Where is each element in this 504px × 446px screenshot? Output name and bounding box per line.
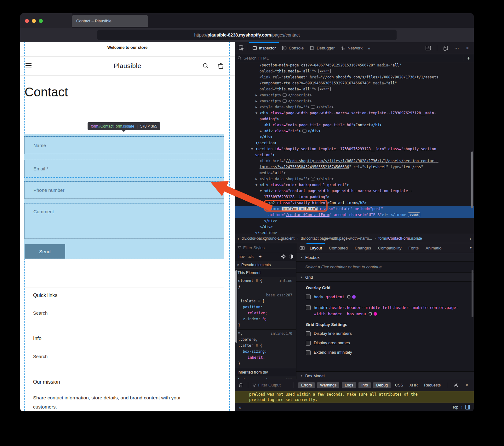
clear-console-icon[interactable]	[238, 381, 243, 389]
code-line[interactable]: position:	[235, 304, 296, 310]
console-input-row[interactable]: » Top ↕	[235, 403, 474, 411]
code-line[interactable]: box-sizing:	[235, 349, 296, 355]
close-devtools-icon[interactable]: ×	[464, 44, 471, 52]
tab-layout[interactable]: Layout	[306, 243, 325, 253]
url-bar[interactable]: https://plausible-8238.myshopify.com/pag…	[97, 30, 397, 40]
flexbox-section-header[interactable]: ▼ Flexbox	[296, 253, 474, 262]
code-line[interactable]: <link href="//cdn.shopify.com/s/files/1/…	[235, 158, 474, 164]
expand-caret-icon[interactable]: ▼	[251, 146, 253, 152]
expand-caret-icon[interactable]: ▶	[255, 92, 257, 98]
filter-warnings-button[interactable]: Warnings	[317, 382, 339, 388]
code-line[interactable]: 17330976293128__form-padding">	[235, 194, 474, 200]
code-line[interactable]: .isolate ⠿ {	[235, 298, 296, 304]
code-line[interactable]: ▼<section id="shopify-section-template--…	[235, 146, 474, 152]
filter-debug-button[interactable]: Debug	[373, 382, 391, 388]
filter-output-bar[interactable]: Filter Output	[252, 383, 289, 387]
breadcrumb-item[interactable]: div.color-background-1.gradient	[242, 236, 295, 241]
code-line[interactable]: media="all">	[235, 170, 474, 176]
code-line[interactable]: ▶<form id="ContactForm" class="isolate" …	[235, 206, 474, 212]
minimize-window-button[interactable]	[32, 19, 36, 23]
comment-field[interactable]: Comment	[24, 203, 224, 239]
highlight-grid-icon[interactable]	[368, 312, 372, 316]
code-line[interactable]: ::before,	[235, 337, 296, 343]
pseudo-elements-section[interactable]: ▶ Pseudo-elements	[235, 261, 296, 269]
filter-info-button[interactable]: Info	[358, 382, 371, 388]
dark-scheme-icon[interactable]	[289, 254, 294, 259]
sidebar-toggle-icon[interactable]	[298, 244, 306, 252]
expand-caret-icon[interactable]: ▼	[255, 182, 257, 188]
code-line[interactable]: }	[235, 322, 296, 328]
filter-requests-button[interactable]: Requests	[422, 383, 443, 387]
code-line[interactable]: inherit;	[235, 355, 296, 361]
code-line[interactable]: </section>	[235, 140, 474, 146]
code-line[interactable]: ▶<style data-shopify="">⋯</style>	[235, 104, 474, 110]
code-line[interactable]: section">	[235, 152, 474, 158]
source-link[interactable]: base.css:287	[266, 292, 292, 298]
grid-section-header[interactable]: ▼ Grid	[296, 273, 474, 282]
split-console-icon[interactable]	[424, 44, 432, 52]
tab-inspector[interactable]: Inspector	[249, 42, 279, 54]
tab-animations[interactable]: Animatio	[422, 243, 445, 253]
code-line[interactable]: onload="this.media='all'">event	[235, 68, 474, 74]
name-field[interactable]: Name	[24, 136, 224, 154]
responsive-design-icon[interactable]	[442, 44, 450, 52]
breadcrumb-item[interactable]: div.contact.page-width.page-width--narro…	[301, 236, 372, 241]
collapse-caret-icon[interactable]: ▼	[300, 276, 303, 279]
tab-compatibility[interactable]: Compatibility	[375, 243, 404, 253]
editor-mode-icon[interactable]	[465, 405, 470, 409]
tab-computed[interactable]: Computed	[326, 243, 351, 253]
frame-selector[interactable]: Top ↕	[452, 405, 470, 409]
toggle-class-button[interactable]: .cls	[248, 254, 254, 259]
rules-scrollbar[interactable]	[235, 270, 237, 343]
code-line[interactable]: <link rel="stylesheet" href="//cdn.shopi…	[235, 74, 474, 80]
tabs-dropdown-icon[interactable]: ▼	[469, 246, 472, 249]
code-line[interactable]: }	[235, 284, 296, 290]
collapse-caret-icon[interactable]: ▼	[300, 375, 303, 377]
add-node-icon[interactable]: +	[467, 55, 471, 61]
markup-scrollbar[interactable]	[471, 152, 473, 208]
expand-caret-icon[interactable]: ▶	[264, 206, 266, 212]
source-link[interactable]: inline:170	[271, 331, 292, 337]
code-line[interactable]: ::after ⠿ {	[235, 343, 296, 349]
checkbox[interactable]	[306, 294, 311, 299]
code-line[interactable]: <h2 class="visually-hidden">Contact form…	[235, 200, 474, 206]
code-line[interactable]: base.css:287	[235, 292, 296, 298]
email-field[interactable]: Email *	[24, 160, 224, 177]
more-tabs-icon[interactable]: »	[366, 45, 372, 51]
breadcrumb-back-icon[interactable]: ‹	[238, 236, 239, 241]
browser-tab[interactable]: Contact – Plausible	[72, 15, 148, 27]
code-line[interactable]: </section>	[235, 230, 474, 234]
code-line[interactable]: ▶<style data-shopify="">⋯</style>	[235, 176, 474, 182]
expand-caret-icon[interactable]: ▶	[260, 128, 262, 134]
code-line[interactable]: /component-rte.css?v=6991943663851532978…	[235, 80, 474, 86]
light-scheme-icon[interactable]	[281, 254, 286, 259]
expand-caret-icon[interactable]: ▶	[255, 98, 257, 104]
layout-scrollbar[interactable]	[472, 270, 473, 317]
highlight-grid-icon[interactable]	[347, 295, 351, 299]
breadcrumb-item-selected[interactable]: form#ContactForm.isolate	[378, 236, 422, 241]
source-link[interactable]: inline	[279, 278, 292, 284]
code-line[interactable]: action="/contact#ContactForm" accept-cha…	[235, 212, 474, 218]
checkbox[interactable]	[306, 350, 311, 355]
zoom-window-button[interactable]	[39, 19, 43, 23]
tab-console[interactable]: Console	[279, 42, 307, 54]
expand-caret-icon[interactable]: ▼	[255, 110, 257, 116]
meatball-menu-icon[interactable]: ⋯	[453, 44, 461, 52]
filter-xhr-button[interactable]: XHR	[408, 383, 420, 387]
search-icon[interactable]	[202, 62, 209, 69]
filter-logs-button[interactable]: Logs	[342, 382, 356, 388]
checkbox[interactable]	[306, 341, 311, 346]
code-line[interactable]: relative;	[235, 310, 296, 316]
footer-search-link[interactable]: Search	[33, 354, 48, 359]
code-line[interactable]: inlineelement ⠿ {	[235, 278, 296, 284]
pick-element-icon[interactable]	[238, 44, 245, 52]
code-line[interactable]: ▼<div class="page-width page-width--narr…	[235, 110, 474, 116]
send-button[interactable]: Send	[25, 244, 65, 259]
tab-changes[interactable]: Changes	[352, 243, 374, 253]
code-line[interactable]: inline:170*,	[235, 331, 296, 337]
code-line[interactable]: }	[235, 361, 296, 367]
toggle-hover-button[interactable]: :hov	[238, 254, 245, 259]
phone-field[interactable]: Phone number	[24, 181, 224, 199]
code-line[interactable]: onload="this.media='all'">event	[235, 86, 474, 92]
expand-caret-icon[interactable]: ▼	[260, 188, 262, 194]
